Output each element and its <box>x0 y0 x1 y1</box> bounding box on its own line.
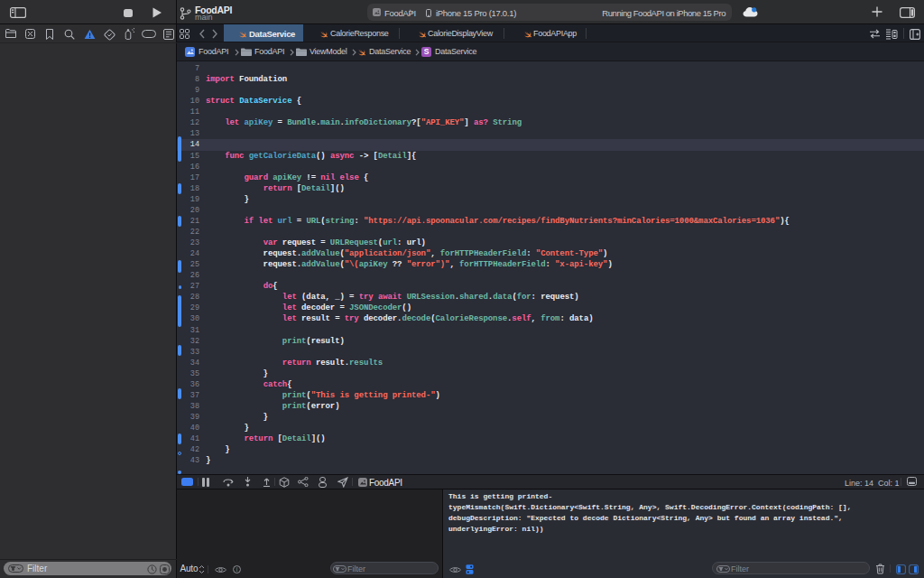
svg-text:i: i <box>236 566 237 573</box>
